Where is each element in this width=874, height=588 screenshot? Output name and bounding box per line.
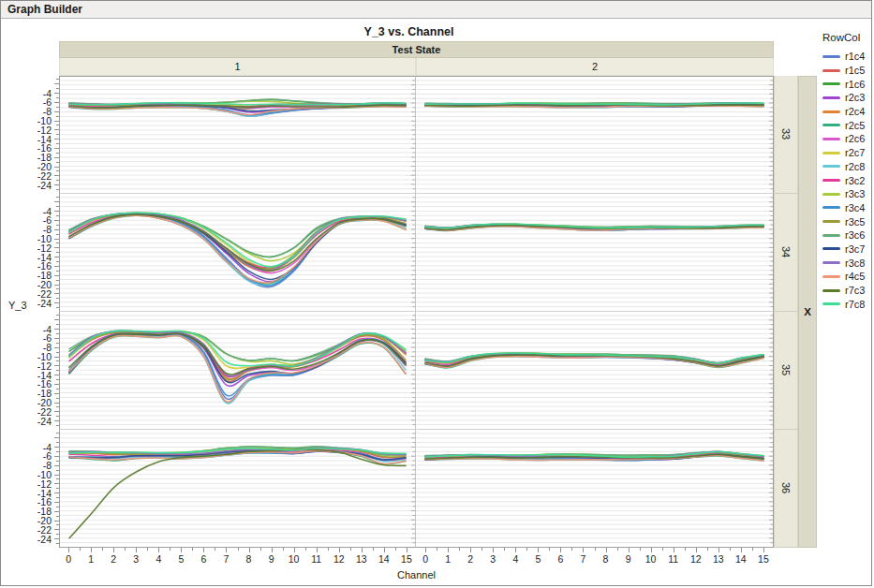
row-facet-label-34: 34 [774, 194, 798, 312]
x-tick [317, 548, 318, 552]
legend-swatch-r1c6 [822, 82, 840, 85]
legend-item-r7c3[interactable]: r7c3 [822, 284, 871, 298]
x-tick [448, 548, 449, 552]
x-tick-label: 9 [626, 553, 631, 565]
legend-label: r1c6 [845, 79, 865, 90]
plot-panel-35-1[interactable] [59, 312, 416, 430]
series-line-r3c5 [69, 213, 406, 269]
x-tick [384, 548, 385, 552]
x-minor-tick [260, 548, 261, 551]
legend-item-r3c4[interactable]: r3c4 [822, 201, 871, 215]
x-tick-label: 8 [603, 553, 609, 565]
x-tick-label: 7 [581, 553, 586, 565]
legend-swatch-r7c8 [822, 302, 840, 305]
legend-swatch-r2c4 [822, 110, 840, 113]
plot-panel-34-2[interactable] [416, 194, 774, 312]
x-tick-label: 5 [178, 553, 184, 565]
x-tick-label: 3 [490, 553, 496, 565]
legend-swatch-r3c4 [822, 206, 840, 209]
legend-swatch-r3c3 [822, 193, 840, 196]
col-facet-label-1: 1 [59, 58, 416, 76]
legend-swatch-r2c6 [822, 138, 840, 140]
legend-item-r7c8[interactable]: r7c8 [822, 297, 871, 311]
x-tick-label: 15 [758, 553, 769, 565]
legend-label: r3c7 [845, 243, 865, 255]
legend-item-r2c5[interactable]: r2c5 [822, 118, 871, 132]
legend-swatch-r3c6 [822, 234, 840, 237]
y-tick-label: -24 [37, 180, 52, 192]
x-minor-tick [192, 548, 193, 551]
legend: RowCol r1c4r1c5r1c6r2c3r2c4r2c5r2c6r2c7r… [817, 19, 871, 585]
legend-item-r4c5[interactable]: r4c5 [822, 270, 871, 284]
x-minor-tick [595, 548, 596, 551]
plot-panel-36-1[interactable] [59, 430, 416, 548]
legend-item-r2c7[interactable]: r2c7 [822, 146, 871, 160]
plot-panel-33-2[interactable] [416, 76, 774, 194]
x-tick [674, 548, 674, 552]
y-tick-label: -24 [37, 298, 52, 310]
x-tick [181, 548, 182, 552]
legend-label: r2c3 [845, 92, 865, 103]
plot-panel-36-2[interactable] [416, 430, 774, 548]
window-titlebar[interactable]: Graph Builder [1, 1, 871, 19]
x-tick [763, 548, 764, 552]
x-tick-label: 7 [224, 553, 230, 565]
x-tick [651, 548, 652, 552]
legend-label: r3c3 [845, 188, 865, 199]
legend-item-r1c6[interactable]: r1c6 [822, 77, 871, 91]
y-tick-label: -24 [37, 416, 52, 428]
x-minor-tick [685, 548, 686, 551]
legend-label: r7c3 [845, 285, 865, 296]
legend-item-r2c6[interactable]: r2c6 [822, 132, 871, 146]
x-tick-label: 3 [133, 553, 139, 565]
x-tick-label: 14 [735, 553, 747, 565]
legend-item-r3c3[interactable]: r3c3 [822, 187, 871, 201]
y-axis-row-35: -4-6-8-10-12-14-16-18-20-22-24 [1, 312, 59, 430]
x-tick [425, 548, 426, 552]
x-minor-tick [328, 548, 329, 551]
x-minor-tick [305, 548, 306, 551]
x-tick [362, 548, 363, 552]
legend-item-r3c2[interactable]: r3c2 [822, 173, 871, 187]
col-facet-title: Test State [59, 41, 774, 58]
x-tick [272, 548, 273, 552]
legend-label: r3c6 [845, 229, 865, 241]
legend-item-r3c8[interactable]: r3c8 [822, 256, 871, 270]
legend-item-r2c3[interactable]: r2c3 [822, 91, 871, 105]
graph-area: Y_3 vs. Channel Test State 1 2 -4-6-8-10… [1, 19, 817, 585]
x-minor-tick [437, 548, 437, 551]
x-tick [68, 548, 69, 552]
x-tick-label: 2 [467, 553, 473, 565]
plot-panel-34-1[interactable] [59, 194, 416, 312]
x-tick [515, 548, 516, 552]
legend-label: r2c7 [845, 147, 865, 158]
x-minor-tick [571, 548, 572, 551]
plot-panel-33-1[interactable] [59, 76, 416, 194]
x-tick-label: 15 [401, 553, 412, 565]
legend-swatch-r1c5 [822, 69, 840, 72]
x-minor-tick [215, 548, 215, 551]
col-facet-label-2: 2 [416, 58, 774, 76]
x-minor-tick [617, 548, 618, 551]
legend-item-r3c7[interactable]: r3c7 [822, 243, 871, 257]
x-tick [339, 548, 340, 552]
x-minor-tick [707, 548, 708, 551]
legend-swatch-r2c3 [822, 96, 840, 99]
legend-item-r3c5[interactable]: r3c5 [822, 214, 871, 228]
legend-item-r3c6[interactable]: r3c6 [822, 228, 871, 243]
legend-item-r1c4[interactable]: r1c4 [822, 50, 871, 64]
legend-title: RowCol [822, 32, 871, 43]
legend-label: r1c5 [845, 65, 865, 76]
x-tick-label: 8 [246, 553, 252, 565]
legend-item-r2c4[interactable]: r2c4 [822, 105, 871, 119]
x-axis-title: Channel [59, 567, 774, 584]
x-tick-label: 12 [333, 553, 345, 565]
x-axis-facet-1: 0123456789101112131415 [59, 548, 416, 567]
x-tick [718, 548, 719, 552]
y-axis-row-34: -4-6-8-10-12-14-16-18-20-22-24 [1, 194, 59, 312]
plot-panel-35-2[interactable] [416, 312, 774, 430]
legend-item-r1c5[interactable]: r1c5 [822, 64, 871, 78]
x-minor-tick [752, 548, 753, 551]
legend-item-r2c8[interactable]: r2c8 [822, 160, 871, 174]
x-tick-label: 11 [668, 553, 678, 565]
